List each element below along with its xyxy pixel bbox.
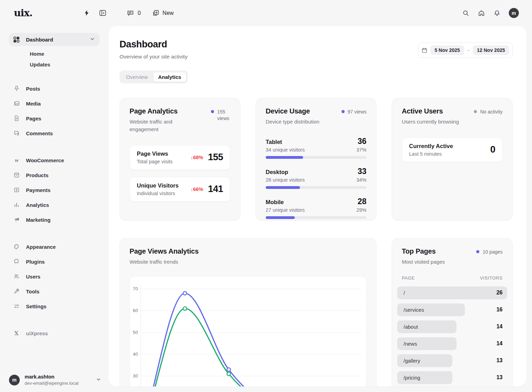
new-content-button[interactable]: New <box>152 9 174 17</box>
device-name: Mobile <box>266 199 284 206</box>
svg-text:w: w <box>15 157 19 163</box>
date-to[interactable]: 12 Nov 2025 <box>473 45 509 55</box>
sliders-icon <box>13 303 20 310</box>
collapse-sidebar-icon[interactable] <box>99 9 106 17</box>
top-pages-table-header: PAGE VISITORS <box>402 275 503 281</box>
date-separator: – <box>467 48 470 53</box>
svg-text:70: 70 <box>133 286 138 291</box>
accent-dot-icon <box>342 110 345 113</box>
sidebar-item-products[interactable]: Products <box>9 169 99 181</box>
payments-dollar-icon: $ <box>13 187 20 193</box>
palette-icon <box>13 244 20 250</box>
progress-fill <box>266 156 303 159</box>
sidebar-item-label: Dashboard <box>26 37 90 43</box>
calendar-icon <box>422 47 427 53</box>
page-visitors: 13 <box>496 374 503 381</box>
progress-fill <box>266 186 300 189</box>
card-title: Page Analytics <box>130 107 195 115</box>
dashboard-grid-icon <box>13 36 20 43</box>
sidebar-subitem-home[interactable]: Home <box>30 51 99 57</box>
sidebar-item-pages[interactable]: Pages <box>9 112 99 124</box>
card-subtitle: Users currently browsing <box>402 118 459 126</box>
comments-counter[interactable]: 0 <box>126 9 141 17</box>
tab-overview[interactable]: Overview <box>121 72 153 82</box>
quick-actions-bolt-icon[interactable] <box>83 9 90 17</box>
sidebar-item-woocommerce[interactable]: w WooCommerce <box>9 154 99 166</box>
new-button-label: New <box>162 10 174 16</box>
grey-dot-icon <box>474 110 477 113</box>
sidebar-item-appearance[interactable]: Appearance <box>9 241 99 253</box>
activity-badge: No activity <box>474 107 503 126</box>
user-name: mark.ashton <box>25 374 96 380</box>
device-description: 34 unique visitors <box>266 147 305 153</box>
user-email: dev-email@wpengine.local <box>25 381 96 386</box>
product-box-icon <box>13 172 20 179</box>
page-path: /services <box>404 307 424 313</box>
page-visitors: 26 <box>496 290 503 296</box>
megaphone-icon <box>13 217 20 223</box>
sidebar-item-plugins[interactable]: Plugins <box>9 256 99 267</box>
metric-value: 141 <box>208 184 223 194</box>
device-percent: 34% <box>356 177 366 183</box>
sidebar-item-posts[interactable]: Posts <box>9 83 99 94</box>
progress-track <box>266 186 366 189</box>
device-description: 27 unique visitors <box>266 207 305 213</box>
device-name: Desktop <box>266 169 288 175</box>
pages-badge: 10 pages <box>476 247 503 266</box>
sidebar-item-payments[interactable]: $ Payments <box>9 184 99 196</box>
topbar: uix. 0 New m <box>0 0 532 26</box>
progress-track <box>266 156 366 159</box>
top-page-row: /26 <box>397 286 507 299</box>
search-icon[interactable] <box>462 9 470 17</box>
device-row: Desktop3328 unique visitors34% <box>266 167 366 189</box>
sidebar-item-settings[interactable]: Settings <box>9 300 99 312</box>
user-avatar: m <box>9 375 20 385</box>
date-from[interactable]: 5 Nov 2025 <box>431 45 464 55</box>
chart-title: Page Views Analytics <box>130 247 198 255</box>
sidebar-item-marketing[interactable]: Marketing <box>9 214 99 226</box>
user-avatar[interactable]: m <box>509 8 519 18</box>
line-chart: 7060504030 <box>130 276 366 386</box>
wrench-icon <box>13 288 20 295</box>
tab-analytics[interactable]: Analytics <box>153 72 187 82</box>
svg-text:$: $ <box>16 188 17 192</box>
metric-value: 0 <box>490 144 495 155</box>
page-path: /gallery <box>404 358 420 364</box>
top-page-row: /gallery13 <box>397 354 507 367</box>
page-analytics-card: Page Analytics Website traffic and engag… <box>119 98 240 221</box>
home-icon[interactable] <box>478 9 485 17</box>
date-range-picker[interactable]: 5 Nov 2025 – 12 Nov 2025 <box>418 43 513 58</box>
trend-down-badge: ↓68% <box>190 155 203 160</box>
sidebar: Dashboard Home Updates Posts Media Pages <box>0 26 108 392</box>
app-logo: uix. <box>14 7 32 19</box>
sidebar-item-media[interactable]: Media <box>9 98 99 109</box>
sidebar-user-menu[interactable]: m mark.ashton dev-email@wpengine.local <box>9 374 101 386</box>
metric-page-views: Page Views Total page visits ↓68% 155 <box>130 145 230 170</box>
sidebar-item-tools[interactable]: Tools <box>9 285 99 297</box>
pin-icon <box>13 85 20 92</box>
chart-subtitle: Website traffic trends <box>130 258 198 266</box>
svg-text:50: 50 <box>133 330 138 335</box>
card-subtitle: Website traffic and engagement <box>130 118 195 133</box>
page-path: /pricing <box>404 375 420 381</box>
puzzle-icon <box>13 258 20 265</box>
trend-down-badge: ↓66% <box>190 186 203 192</box>
uixpress-x-icon: X <box>13 330 20 337</box>
main-panel: Dashboard Overview of your site activity… <box>108 26 526 386</box>
device-name: Tablet <box>266 139 282 145</box>
notifications-bell-icon[interactable] <box>493 9 501 17</box>
chevron-down-icon <box>96 377 101 383</box>
page-visitors: 14 <box>496 323 503 330</box>
page-subtitle: Overview of your site activity <box>119 54 187 60</box>
sidebar-subitem-updates[interactable]: Updates <box>30 62 99 67</box>
sidebar-item-users[interactable]: Users <box>9 271 99 282</box>
device-description: 28 unique visitors <box>266 177 305 183</box>
sidebar-item-dashboard[interactable]: Dashboard <box>9 33 99 46</box>
sidebar-item-comments[interactable]: Comments <box>9 127 99 139</box>
device-percent: 37% <box>356 147 366 153</box>
device-row: Tablet3634 unique visitors37% <box>266 137 366 159</box>
new-plus-icon <box>152 9 159 17</box>
sidebar-item-uixpress[interactable]: X uiXpress <box>9 327 99 339</box>
sidebar-item-analytics[interactable]: Analytics <box>9 199 99 211</box>
device-list: Tablet3634 unique visitors37%Desktop3328… <box>266 137 366 219</box>
